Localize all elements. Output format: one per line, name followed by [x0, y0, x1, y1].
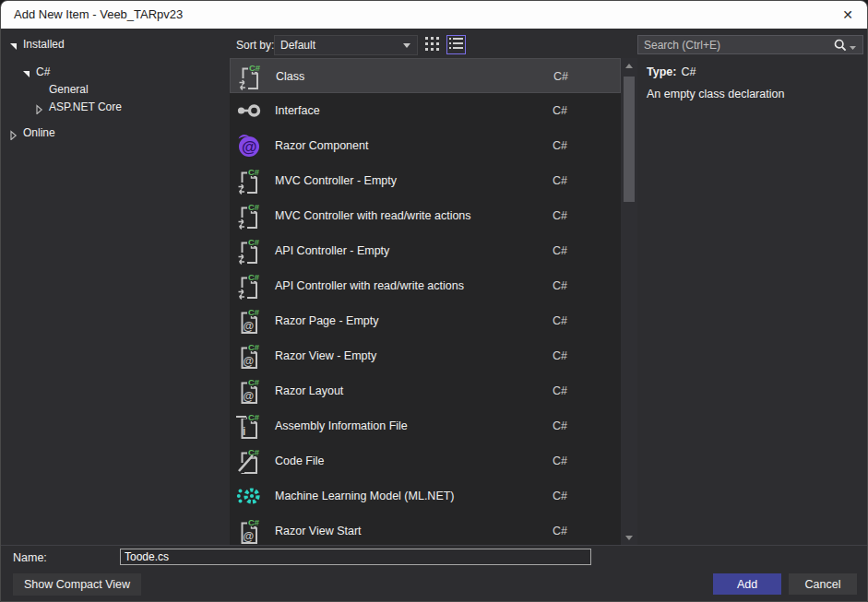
- csharp-class-icon: C#: [236, 62, 264, 91]
- svg-text:C#: C#: [248, 377, 260, 387]
- csharp-class-icon: C#: [235, 166, 263, 195]
- sort-by-dropdown[interactable]: Default: [274, 35, 418, 55]
- name-label: Name:: [13, 550, 47, 566]
- assembly-info-icon: C#i: [235, 411, 263, 441]
- template-item-machine-learning-model-ml-net[interactable]: Machine Learning Model (ML.NET) C#: [230, 478, 621, 513]
- svg-text:C#: C#: [248, 307, 260, 317]
- search-options-chevron-icon[interactable]: [850, 37, 861, 53]
- list-view-button[interactable]: [446, 35, 466, 54]
- sort-by-label: Sort by:: [236, 39, 274, 52]
- template-rows: C# Class C# Interface C# @ Razor Compone…: [230, 58, 621, 545]
- template-item-razor-view-start[interactable]: C#@ Razor View Start C#: [230, 513, 621, 545]
- add-new-item-dialog: Add New Item - Veeb_TARpv23 ✕ Installed …: [0, 0, 868, 602]
- code-file-icon: C#: [235, 446, 263, 476]
- scroll-down-icon[interactable]: [621, 530, 637, 545]
- show-compact-view-button[interactable]: Show Compact View: [13, 573, 141, 596]
- item-details-panel: Type:C# An empty class declaration: [637, 58, 867, 108]
- sidebar-item-online[interactable]: Online: [1, 124, 230, 142]
- svg-text:C#: C#: [248, 447, 260, 457]
- svg-text:@: @: [244, 390, 255, 403]
- svg-text:C#: C#: [248, 167, 260, 177]
- titlebar: Add New Item - Veeb_TARpv23 ✕: [1, 1, 867, 29]
- search-box: [637, 35, 863, 54]
- template-item-api-controller-with-read-write-actions[interactable]: C# API Controller with read/write action…: [230, 268, 621, 303]
- template-item-code-file[interactable]: C# Code File C#: [230, 443, 621, 478]
- svg-text:C#: C#: [249, 63, 261, 73]
- template-item-mvc-controller-with-read-write-actions[interactable]: C# MVC Controller with read/write action…: [230, 198, 621, 233]
- sidebar-item-asp-net-core[interactable]: ASP.NET Core: [1, 99, 230, 116]
- category-tree: Installed C# General ASP.NET Core Online: [1, 29, 230, 545]
- scrollbar-thumb[interactable]: [624, 77, 635, 202]
- dialog-title: Add New Item - Veeb_TARpv23: [14, 1, 183, 29]
- template-item-razor-view-empty[interactable]: C#@ Razor View - Empty C#: [230, 338, 621, 373]
- svg-text:@: @: [244, 320, 255, 333]
- csharp-class-icon: C#: [235, 271, 263, 301]
- template-item-interface[interactable]: Interface C#: [230, 93, 621, 128]
- svg-text:C#: C#: [248, 342, 260, 352]
- template-item-razor-layout[interactable]: C#@ Razor Layout C#: [230, 373, 621, 408]
- svg-text:C#: C#: [248, 412, 260, 422]
- grid-view-button[interactable]: [422, 36, 442, 55]
- expanded-triangle-icon: [8, 40, 18, 50]
- sort-by-value: Default: [275, 39, 400, 52]
- list-view-icon: [449, 37, 463, 53]
- svg-text:@: @: [244, 355, 255, 368]
- svg-text:C#: C#: [248, 517, 260, 527]
- template-item-class[interactable]: C# Class C#: [230, 58, 621, 93]
- search-icon[interactable]: [833, 38, 850, 53]
- svg-text:C#: C#: [248, 202, 260, 212]
- grid-view-icon: [425, 37, 439, 54]
- item-description: An empty class declaration: [647, 88, 858, 100]
- razor-file-icon: C#@: [235, 516, 263, 545]
- name-input[interactable]: [120, 549, 591, 565]
- template-list: C# Class C# Interface C# @ Razor Compone…: [230, 58, 637, 545]
- svg-text:@: @: [242, 138, 257, 156]
- list-scrollbar[interactable]: [621, 58, 637, 545]
- csharp-class-icon: C#: [235, 201, 263, 230]
- template-item-razor-component[interactable]: @ Razor Component C#: [230, 128, 621, 163]
- sidebar-item-general[interactable]: General: [1, 81, 230, 99]
- svg-text:C#: C#: [248, 237, 260, 247]
- svg-text:@: @: [244, 530, 255, 543]
- razor-file-icon: C#@: [235, 306, 263, 336]
- razor-file-icon: C#@: [235, 376, 263, 406]
- expanded-triangle-icon: [21, 67, 31, 77]
- template-item-assembly-information-file[interactable]: C#i Assembly Information File C#: [230, 408, 621, 443]
- sidebar-item-c[interactable]: C#: [1, 64, 230, 81]
- csharp-class-icon: C#: [235, 236, 263, 266]
- type-value: C#: [681, 65, 696, 78]
- add-button[interactable]: Add: [713, 573, 781, 595]
- tree-spacer: [34, 85, 44, 95]
- dialog-footer: Name: Show Compact View Add Cancel: [1, 545, 867, 601]
- interface-icon: [235, 96, 263, 125]
- svg-text:C#: C#: [248, 272, 260, 282]
- chevron-down-icon: [400, 43, 413, 48]
- type-label: Type:: [647, 65, 676, 78]
- svg-text:i: i: [243, 425, 245, 438]
- cancel-button[interactable]: Cancel: [789, 573, 857, 595]
- collapsed-triangle-icon: [8, 128, 18, 138]
- mlnet-icon: [235, 481, 263, 511]
- template-item-api-controller-empty[interactable]: C# API Controller - Empty C#: [230, 233, 621, 268]
- search-input[interactable]: [638, 39, 833, 52]
- close-icon[interactable]: ✕: [836, 4, 860, 26]
- template-item-razor-page-empty[interactable]: C#@ Razor Page - Empty C#: [230, 303, 621, 338]
- template-item-mvc-controller-empty[interactable]: C# MVC Controller - Empty C#: [230, 163, 621, 198]
- razor-file-icon: C#@: [235, 341, 263, 371]
- collapsed-triangle-icon: [34, 102, 44, 112]
- razor-component-icon: @: [235, 131, 263, 160]
- dialog-body: Installed C# General ASP.NET Core Online…: [1, 29, 867, 545]
- sidebar-item-installed[interactable]: Installed: [1, 36, 230, 53]
- scroll-up-icon[interactable]: [621, 58, 637, 73]
